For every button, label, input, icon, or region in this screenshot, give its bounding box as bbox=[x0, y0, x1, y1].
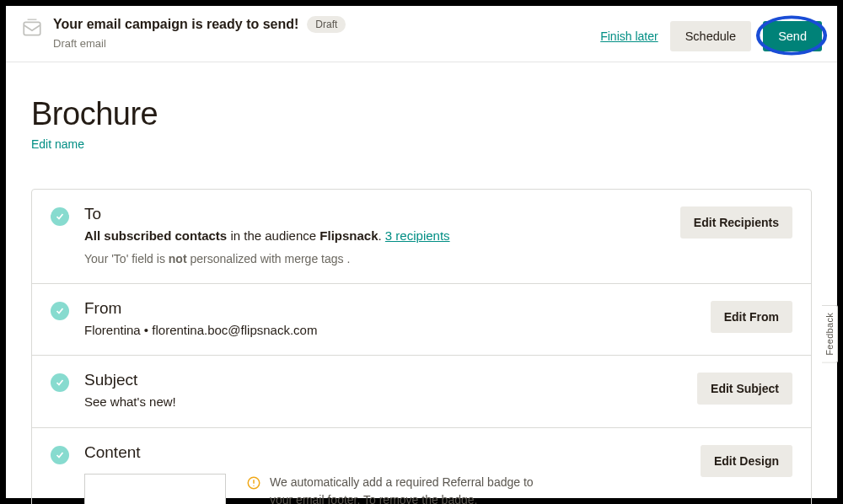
edit-design-button[interactable]: Edit Design bbox=[701, 445, 792, 477]
warning-icon bbox=[246, 475, 261, 494]
section-from-value: Florentina • florentina.boc@flipsnack.co… bbox=[84, 321, 695, 340]
section-subject-value: See what's new! bbox=[84, 393, 682, 412]
topbar-left: Your email campaign is ready to send! Dr… bbox=[21, 16, 600, 50]
to-note-post: personalized with merge tags . bbox=[187, 252, 351, 265]
section-from-title: From bbox=[84, 299, 695, 318]
section-content-body: Content We automatically add bbox=[84, 443, 685, 505]
check-icon bbox=[51, 207, 69, 226]
to-note-pre: Your 'To' field is bbox=[84, 252, 169, 265]
section-to-title: To bbox=[84, 205, 665, 223]
edit-subject-button[interactable]: Edit Subject bbox=[697, 373, 792, 405]
content-note: We automatically add a required Referral… bbox=[246, 474, 540, 505]
edit-name-link[interactable]: Edit name bbox=[31, 137, 84, 151]
status-badge: Draft bbox=[307, 16, 346, 33]
section-content: Content We automatically add bbox=[32, 427, 811, 505]
page-status-title: Your email campaign is ready to send! bbox=[53, 17, 298, 32]
to-desc-mid: in the audience bbox=[227, 228, 319, 243]
svg-point-6 bbox=[253, 485, 254, 485]
svg-rect-0 bbox=[24, 22, 40, 35]
section-from-body: From Florentina • florentina.boc@flipsna… bbox=[84, 299, 695, 340]
topbar-actions: Finish later Schedule Send bbox=[600, 21, 822, 51]
to-note-bold: not bbox=[169, 252, 187, 265]
feedback-tab[interactable]: Feedback bbox=[822, 305, 838, 363]
page-subtitle: Draft email bbox=[53, 37, 346, 50]
topbar: Your email campaign is ready to send! Dr… bbox=[6, 6, 837, 62]
checklist-panel: To All subscribed contacts in the audien… bbox=[31, 189, 812, 504]
app-frame: Your email campaign is ready to send! Dr… bbox=[0, 0, 843, 504]
recipients-link[interactable]: 3 recipients bbox=[385, 228, 450, 243]
check-icon bbox=[51, 446, 69, 464]
to-audience: Flipsnack bbox=[319, 228, 378, 243]
section-to-desc: All subscribed contacts in the audience … bbox=[84, 227, 665, 246]
finish-later-link[interactable]: Finish later bbox=[600, 29, 658, 43]
send-button[interactable]: Send bbox=[763, 21, 822, 51]
section-to-note: Your 'To' field is not personalized with… bbox=[84, 250, 665, 268]
section-subject: Subject See what's new! Edit Subject bbox=[32, 355, 811, 427]
title-row: Your email campaign is ready to send! Dr… bbox=[53, 16, 346, 33]
check-icon bbox=[51, 302, 69, 320]
section-to-body: To All subscribed contacts in the audien… bbox=[84, 205, 665, 268]
content-row: We automatically add a required Referral… bbox=[84, 474, 685, 505]
to-desc-prefix: All subscribed contacts bbox=[84, 228, 227, 243]
topbar-titles: Your email campaign is ready to send! Dr… bbox=[53, 16, 346, 50]
to-dot: . bbox=[379, 228, 385, 243]
content-note-text: We automatically add a required Referral… bbox=[270, 474, 540, 505]
schedule-button[interactable]: Schedule bbox=[670, 21, 751, 51]
email-icon bbox=[21, 18, 43, 43]
check-icon bbox=[51, 373, 69, 392]
email-preview-thumbnail[interactable] bbox=[84, 474, 226, 505]
section-to: To All subscribed contacts in the audien… bbox=[32, 190, 811, 283]
main-content: Brochure Edit name To All subscribed con… bbox=[6, 62, 837, 504]
edit-recipients-button[interactable]: Edit Recipients bbox=[680, 206, 792, 239]
campaign-name: Brochure bbox=[31, 96, 812, 132]
edit-from-button[interactable]: Edit From bbox=[711, 301, 792, 333]
section-from: From Florentina • florentina.boc@flipsna… bbox=[32, 283, 811, 356]
section-subject-body: Subject See what's new! bbox=[84, 371, 682, 412]
section-subject-title: Subject bbox=[84, 371, 682, 389]
section-content-title: Content bbox=[84, 443, 685, 462]
